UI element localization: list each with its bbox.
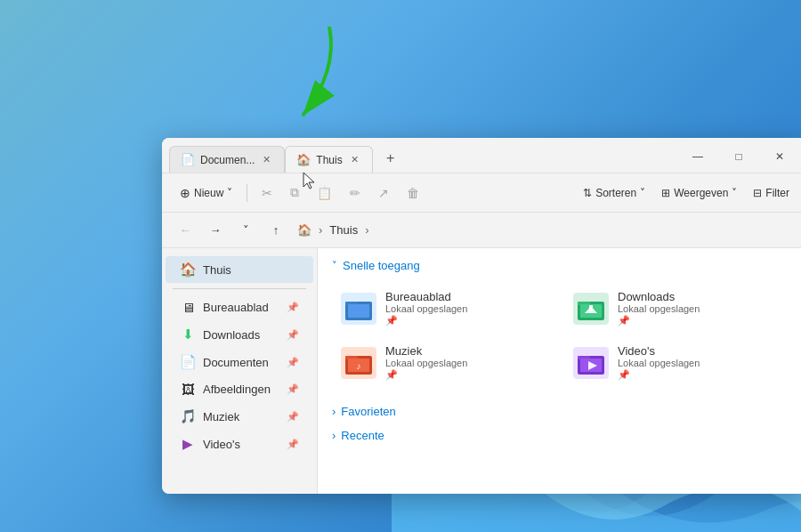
downloads-folder-icon [573, 293, 609, 325]
bureauablad-folder-pin: 📌 [385, 315, 552, 326]
sort-button[interactable]: ⇅ Sorteren ˅ [576, 182, 652, 204]
share-icon: ↗ [378, 186, 389, 200]
thuis-tab[interactable]: 🏠 Thuis ✕ [285, 146, 372, 173]
sort-label: Sorteren [595, 187, 636, 199]
videos-folder-sub: Lokaal opgeslagen [618, 358, 784, 368]
toolbar-sep-1 [247, 184, 247, 202]
quick-access-label: Snelle toegang [343, 259, 420, 272]
breadcrumb-sep-1: › [319, 223, 322, 237]
filter-label: Filter [765, 187, 789, 199]
cut-icon: ✂ [262, 186, 272, 200]
thuis-tab-icon: 🏠 [296, 153, 311, 166]
thuis-sidebar-icon: 🏠 [180, 262, 196, 278]
explorer-window: 📄 Documen... ✕ 🏠 Thuis ✕ + — □ ✕ ⊕ Nieuw… [162, 138, 801, 494]
up-button[interactable]: ↑ [263, 218, 288, 243]
bureauablad-folder-name: Bureauablad [385, 290, 552, 303]
downloads-sidebar-label: Downloads [203, 328, 279, 342]
afbeeldingen-pin-icon: 📌 [287, 383, 299, 395]
delete-icon: 🗑 [407, 186, 419, 200]
filter-button[interactable]: ⊟ Filter [746, 182, 797, 204]
minimize-button[interactable]: — [677, 144, 718, 169]
muziek-pin-icon: 📌 [287, 411, 299, 423]
afbeeldingen-sidebar-label: Afbeeldingen [203, 383, 279, 396]
muziek-sidebar-icon: 🎵 [180, 408, 196, 424]
share-button[interactable]: ↗ [371, 181, 396, 205]
afbeeldingen-sidebar-icon: 🖼 [180, 382, 196, 397]
address-path: 🏠 › Thuis › [294, 222, 797, 238]
videos-sidebar-label: Video's [203, 438, 279, 451]
new-label: Nieuw [194, 187, 223, 199]
window-controls: — □ ✕ [677, 144, 800, 169]
documents-tab[interactable]: 📄 Documen... ✕ [169, 146, 285, 173]
sort-icon: ⇅ [583, 187, 592, 199]
favorieten-section[interactable]: › Favorieten [332, 402, 793, 421]
title-bar: 📄 Documen... ✕ 🏠 Thuis ✕ + — □ ✕ [162, 138, 801, 173]
close-button[interactable]: ✕ [759, 144, 800, 169]
muziek-folder-info: Muziek Lokaal opgeslagen 📌 [385, 344, 552, 381]
history-dropdown-button[interactable]: ˅ [233, 218, 258, 243]
sidebar-item-downloads[interactable]: ⬇ Downloads 📌 [166, 321, 313, 348]
downloads-folder-pin: 📌 [618, 315, 784, 326]
documents-tab-label: Documen... [200, 154, 255, 166]
sidebar-item-videos[interactable]: ▶ Video's 📌 [166, 431, 313, 457]
downloads-folder-info: Downloads Lokaal opgeslagen 📌 [618, 290, 784, 326]
documenten-sidebar-label: Documenten [203, 356, 279, 369]
copy-button[interactable]: ⧉ [283, 181, 306, 205]
folder-card-muziek[interactable]: ♪ Muziek Lokaal opgeslagen 📌 [332, 337, 561, 388]
delete-button[interactable]: 🗑 [400, 181, 426, 205]
bureauablad-sidebar-icon: 🖥 [180, 300, 196, 315]
sidebar-item-thuis[interactable]: 🏠 Thuis [166, 256, 313, 283]
bureauablad-folder-info: Bureauablad Lokaal opgeslagen 📌 [385, 290, 552, 326]
paste-button[interactable]: 📋 [310, 181, 339, 205]
quick-access-chevron: ˅ [332, 260, 337, 271]
new-dropdown-icon: ˅ [227, 187, 232, 199]
new-tab-button[interactable]: + [378, 146, 403, 171]
folder-card-videos[interactable]: Video's Lokaal opgeslagen 📌 [564, 337, 793, 388]
maximize-button[interactable]: □ [718, 144, 759, 169]
view-dropdown-icon: ˅ [732, 187, 737, 199]
documents-tab-close[interactable]: ✕ [260, 153, 273, 166]
downloads-pin-icon: 📌 [287, 329, 299, 341]
toolbar-right: ⇅ Sorteren ˅ ⊞ Weergeven ˅ ⊟ Filter [576, 182, 797, 204]
sidebar-divider [173, 288, 306, 289]
videos-pin-icon: 📌 [287, 439, 299, 450]
sidebar-item-muziek[interactable]: 🎵 Muziek 📌 [166, 403, 313, 430]
new-button[interactable]: ⊕ Nieuw ˅ [173, 181, 239, 205]
cut-button[interactable]: ✂ [255, 181, 279, 205]
thuis-tab-close[interactable]: ✕ [348, 153, 361, 166]
main-panel: ˅ Snelle toegang Bureauabla [318, 248, 801, 494]
thuis-sidebar-label: Thuis [203, 263, 299, 277]
muziek-folder-name: Muziek [385, 344, 552, 358]
documenten-sidebar-icon: 📄 [180, 354, 196, 370]
muziek-folder-icon: ♪ [341, 347, 376, 379]
muziek-folder-pin: 📌 [385, 369, 552, 381]
copy-icon: ⧉ [290, 185, 299, 200]
bureauablad-folder-sub: Lokaal opgeslagen [385, 303, 552, 314]
videos-folder-icon [573, 347, 609, 379]
downloads-sidebar-icon: ⬇ [180, 326, 196, 343]
thuis-breadcrumb[interactable]: Thuis [326, 222, 361, 238]
sidebar-item-bureauablad[interactable]: 🖥 Bureauablad 📌 [166, 294, 313, 320]
svg-rect-4 [348, 304, 369, 318]
sidebar-item-documenten[interactable]: 📄 Documenten 📌 [166, 349, 313, 375]
recente-section[interactable]: › Recente [332, 426, 793, 445]
quick-access-header[interactable]: ˅ Snelle toegang [332, 259, 793, 272]
bureauablad-pin-icon: 📌 [287, 302, 299, 313]
view-button[interactable]: ⊞ Weergeven ˅ [654, 182, 744, 204]
downloads-folder-sub: Lokaal opgeslagen [618, 303, 784, 314]
sidebar-item-afbeeldingen[interactable]: 🖼 Afbeeldingen 📌 [166, 376, 313, 402]
view-label: Weergeven [674, 187, 728, 199]
sort-dropdown-icon: ˅ [640, 187, 645, 199]
muziek-folder-sub: Lokaal opgeslagen [385, 358, 552, 368]
videos-folder-pin: 📌 [618, 369, 784, 381]
folder-card-bureauablad[interactable]: Bureauablad Lokaal opgeslagen 📌 [332, 283, 561, 334]
folder-card-downloads[interactable]: Downloads Lokaal opgeslagen 📌 [564, 283, 793, 334]
forward-button[interactable]: → [203, 218, 228, 243]
sidebar: 🏠 Thuis 🖥 Bureauablad 📌 ⬇ Downloads 📌 📄 … [162, 248, 318, 494]
filter-icon: ⊟ [753, 187, 762, 199]
back-button[interactable]: ← [173, 218, 198, 243]
address-bar: ← → ˅ ↑ 🏠 › Thuis › [162, 213, 801, 248]
videos-sidebar-icon: ▶ [180, 436, 196, 452]
home-breadcrumb-icon[interactable]: 🏠 [294, 222, 315, 238]
rename-button[interactable]: ✏ [343, 181, 368, 205]
